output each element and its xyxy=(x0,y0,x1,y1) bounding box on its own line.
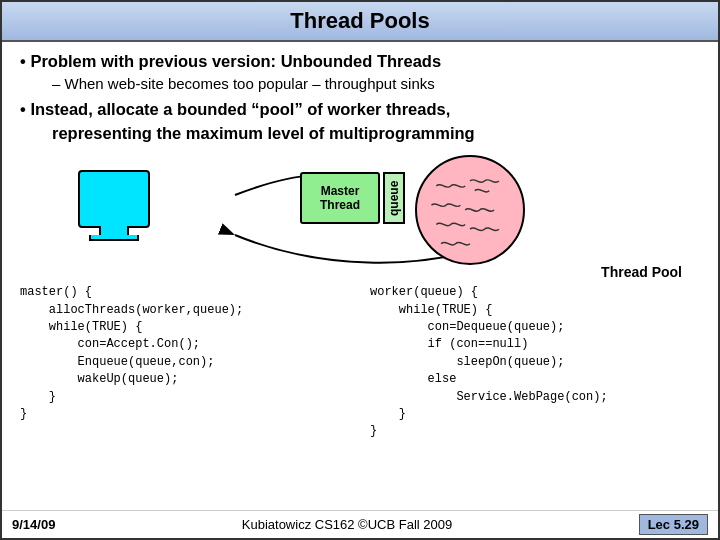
squiggles-icon xyxy=(417,157,523,263)
footer-course: Kubiatowicz CS162 ©UCB Fall 2009 xyxy=(242,517,452,532)
footer: 9/14/09 Kubiatowicz CS162 ©UCB Fall 2009… xyxy=(2,510,718,538)
computer-base xyxy=(89,235,139,241)
bullet-section: Problem with previous version: Unbounded… xyxy=(20,50,700,144)
bullet-2-line2: representing the maximum level of multip… xyxy=(52,122,700,144)
thread-pool-label: Thread Pool xyxy=(601,264,682,280)
footer-date: 9/14/09 xyxy=(12,517,55,532)
slide-title: Thread Pools xyxy=(2,2,718,42)
slide: Thread Pools Problem with previous versi… xyxy=(0,0,720,540)
diagram-area: Master Thread queue Thread xyxy=(20,150,700,280)
computer-monitor xyxy=(78,170,150,228)
master-thread-box: Master Thread xyxy=(300,172,380,224)
thread-pool-circle xyxy=(415,155,525,265)
code-section: master() { allocThreads(worker,queue); w… xyxy=(20,284,700,506)
bullet-2-line1: Instead, allocate a bounded “pool” of wo… xyxy=(20,98,700,120)
queue-label: queue xyxy=(383,172,405,224)
code-right: worker(queue) { while(TRUE) { con=Dequeu… xyxy=(370,284,700,506)
footer-lecture: Lec 5.29 xyxy=(639,514,708,535)
slide-body: Problem with previous version: Unbounded… xyxy=(2,42,718,510)
bullet-1-sub: When web-site becomes too popular – thro… xyxy=(52,74,700,94)
code-left: master() { allocThreads(worker,queue); w… xyxy=(20,284,350,506)
bullet-1: Problem with previous version: Unbounded… xyxy=(20,50,700,72)
